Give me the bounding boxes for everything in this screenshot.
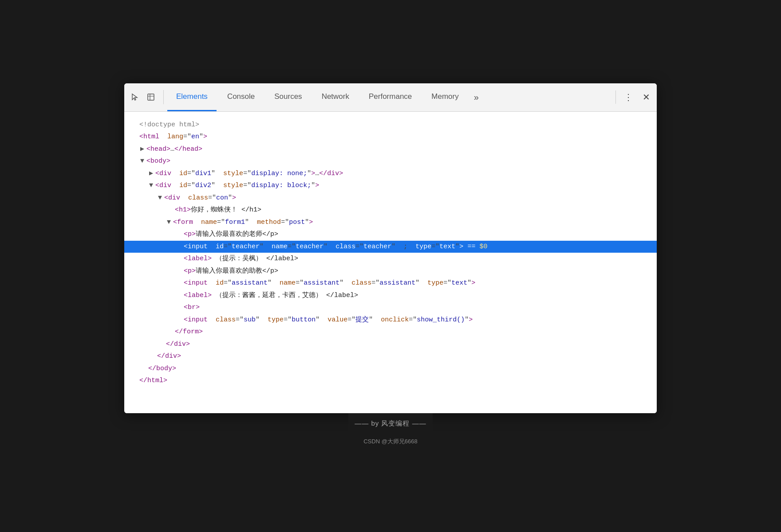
code-line[interactable]: </div> [124,350,657,363]
menu-button[interactable]: ⋮ [621,90,635,104]
watermark-text: CSDN @大师兄6668 [363,438,418,445]
more-tabs-button[interactable]: » [469,83,483,112]
code-line[interactable]: ▼ <div id="div2" style="display: block;"… [124,180,657,192]
code-line[interactable]: <br> [124,301,657,314]
code-line[interactable]: <!doctype html> [124,119,657,131]
bottom-bar-text: —— by 风变编程 —— [355,419,426,427]
code-line[interactable]: <h1>你好，蜘蛛侠！ </h1> [124,204,657,216]
code-line[interactable]: <input id="assistant" name="assistant" c… [124,277,657,289]
tab-network[interactable]: Network [313,83,358,112]
code-line[interactable]: <html lang="en"> [124,131,657,143]
code-line[interactable]: ▼ <div class="con"> [124,192,657,204]
bottom-bar: —— by 风变编程 —— [348,413,432,434]
code-line[interactable]: </body> [124,363,657,375]
code-line[interactable]: <label> （提示：酱酱，延君，卡西，艾德） </label> [124,289,657,302]
code-line[interactable]: <label> （提示：吴枫） </label> [124,253,657,265]
code-line[interactable]: <p>请输入你最喜欢的老师</p> [124,228,657,241]
watermark: CSDN @大师兄6668 [355,434,426,449]
code-line[interactable]: ▶ <div id="div1" style="display: none;">… [124,168,657,180]
close-button[interactable]: ✕ [639,90,653,104]
toolbar-right: ⋮ ✕ [614,90,653,104]
code-line[interactable]: <p>请输入你最喜欢的助教</p> [124,265,657,278]
cursor-icon-button[interactable] [128,90,142,104]
tab-memory[interactable]: Memory [422,83,467,112]
code-line[interactable]: </form> [124,326,657,338]
code-line[interactable]: ▼ <body> [124,155,657,168]
toolbar-divider [615,90,616,104]
code-line[interactable]: ▶ <head>…</head> [124,143,657,156]
code-line[interactable]: <input class="sub" type="button" value="… [124,314,657,326]
code-line[interactable]: ▼ <form name="form1" method="post"> [124,216,657,229]
elements-panel: <!doctype html><html lang="en">▶ <head>…… [124,112,657,413]
code-line[interactable]: </div> [124,338,657,351]
tab-sources[interactable]: Sources [265,83,311,112]
tab-performance[interactable]: Performance [360,83,421,112]
inspect-icon-button[interactable] [144,90,158,104]
devtools-window: Elements Console Sources Network Perform… [124,83,657,413]
tab-elements[interactable]: Elements [167,83,217,112]
devtools-toolbar: Elements Console Sources Network Perform… [124,83,657,112]
svg-rect-0 [148,94,154,100]
code-line[interactable]: <input id="teacher" name="teacher" class… [124,241,657,253]
toolbar-icon-group [128,90,164,104]
tab-console[interactable]: Console [218,83,264,112]
code-line[interactable]: </html> [124,375,657,387]
